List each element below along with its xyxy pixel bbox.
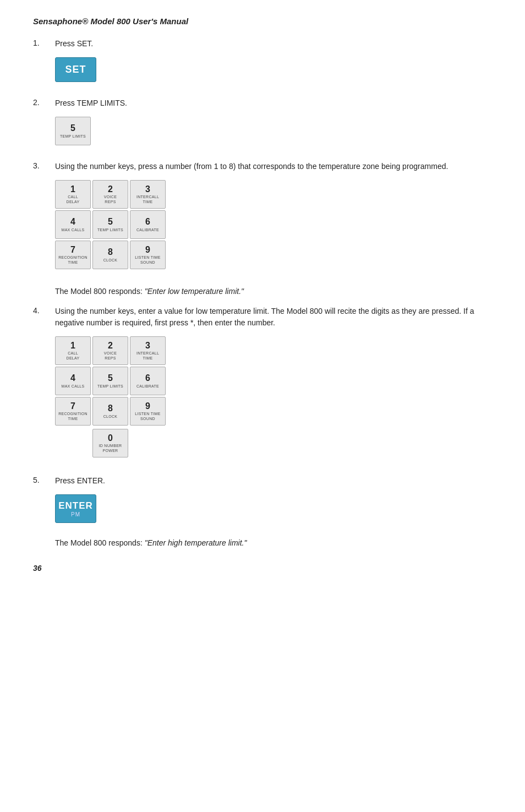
key-s2-voice-reps[interactable]: 2 VOICEREPS (92, 336, 128, 365)
key-7-recognition-time[interactable]: 7 RECOGNITIONTIME (55, 241, 91, 269)
step-number-4: 4. (33, 306, 48, 315)
temp-limits-button[interactable]: 5 TEMP LIMITS (55, 117, 91, 145)
set-button-row: SET (55, 57, 492, 82)
step-1: 1. Press SET. SET (33, 38, 492, 85)
key-6-calibrate[interactable]: 6 CALIBRATE (130, 210, 166, 239)
set-button-label: SET (65, 64, 86, 75)
response-high-temp-italic: "Enter high temperature limit." (145, 538, 247, 547)
keypad-first: 1 CALLDELAY 2 VOICEREPS 3 INTERCALLTIME (55, 180, 492, 269)
key-s0-id-number-power[interactable]: 0 ID NUMBERPOWER (92, 429, 128, 457)
response-low-temp: The Model 800 responds: "Enter low tempe… (33, 287, 492, 296)
enter-button-label: ENTER (58, 500, 93, 511)
key-9-listen-time-sound[interactable]: 9 LISTEN TIMESOUND (130, 241, 166, 269)
key-s1-call-delay[interactable]: 1 CALLDELAY (55, 336, 91, 365)
key-s6-calibrate[interactable]: 6 CALIBRATE (130, 367, 166, 395)
step-1-content: Press SET. SET (55, 38, 492, 85)
step-3: 3. Using the number keys, press a number… (33, 161, 492, 275)
step-5-content: Press ENTER. ENTER PM (55, 475, 492, 526)
key-s9-listen-time-sound[interactable]: 9 LISTEN TIMESOUND (130, 397, 166, 426)
keypad-second: 1 CALLDELAY 2 VOICEREPS 3 INTERCALLTIME (55, 336, 492, 457)
keypad-first-row-1: 1 CALLDELAY 2 VOICEREPS 3 INTERCALLTIME (55, 180, 492, 209)
key-8-clock[interactable]: 8 CLOCK (92, 241, 128, 269)
step-2-text: Press TEMP LIMITS. (55, 97, 492, 109)
step-number-2: 2. (33, 97, 48, 107)
key-s3-intercall-time[interactable]: 3 INTERCALLTIME (130, 336, 166, 365)
step-1-text: Press SET. (55, 38, 492, 50)
step-3-text: Using the number keys, press a number (f… (55, 161, 492, 172)
keypad-second-row-2: 4 MAX CALLS 5 TEMP LIMITS 6 CALIBRATE (55, 367, 492, 395)
step-3-content: Using the number keys, press a number (f… (55, 161, 492, 275)
response-low-temp-italic: "Enter low temperature limit." (145, 287, 244, 296)
enter-button-row: ENTER PM (55, 494, 492, 523)
key-1-call-delay[interactable]: 1 CALLDELAY (55, 180, 91, 209)
step-number-3: 3. (33, 161, 48, 170)
keypad-second-row-4: 0 ID NUMBERPOWER (55, 429, 492, 457)
step-5-text: Press ENTER. (55, 475, 492, 487)
key-s5-temp-limits[interactable]: 5 TEMP LIMITS (92, 367, 128, 395)
enter-button[interactable]: ENTER PM (55, 494, 96, 523)
keypad-second-row-3: 7 RECOGNITIONTIME 8 CLOCK 9 LISTEN TIMES… (55, 397, 492, 426)
step-5: 5. Press ENTER. ENTER PM (33, 475, 492, 526)
temp-limits-number: 5 (70, 123, 75, 133)
key-4-max-calls[interactable]: 4 MAX CALLS (55, 210, 91, 239)
page-number: 36 (33, 564, 492, 573)
key-s7-recognition-time[interactable]: 7 RECOGNITIONTIME (55, 397, 91, 426)
enter-button-sub: PM (71, 511, 80, 517)
key-2-voice-reps[interactable]: 2 VOICEREPS (92, 180, 128, 209)
step-number-1: 1. (33, 38, 48, 47)
key-3-intercall-time[interactable]: 3 INTERCALLTIME (130, 180, 166, 209)
keypad-second-rows: 1 CALLDELAY 2 VOICEREPS 3 INTERCALLTIME (55, 336, 492, 457)
step-4: 4. Using the number keys, enter a value … (33, 306, 492, 463)
temp-limits-label: TEMP LIMITS (60, 134, 86, 139)
step-4-content: Using the number keys, enter a value for… (55, 306, 492, 463)
keypad-first-row-3: 7 RECOGNITIONTIME 8 CLOCK 9 LISTEN TIMES… (55, 241, 492, 269)
keypad-first-rows: 1 CALLDELAY 2 VOICEREPS 3 INTERCALLTIME (55, 180, 492, 269)
key-5-temp-limits[interactable]: 5 TEMP LIMITS (92, 210, 128, 239)
page-title: Sensaphone® Model 800 User's Manual (33, 17, 492, 26)
keypad-first-row-2: 4 MAX CALLS 5 TEMP LIMITS 6 CALIBRATE (55, 210, 492, 239)
step-number-5: 5. (33, 475, 48, 484)
key-s4-max-calls[interactable]: 4 MAX CALLS (55, 367, 91, 395)
step-2-content: Press TEMP LIMITS. 5 TEMP LIMITS (55, 97, 492, 149)
keypad-second-row-1: 1 CALLDELAY 2 VOICEREPS 3 INTERCALLTIME (55, 336, 492, 365)
step-2: 2. Press TEMP LIMITS. 5 TEMP LIMITS (33, 97, 492, 149)
temp-limits-button-row: 5 TEMP LIMITS (55, 117, 492, 145)
step-4-text: Using the number keys, enter a value for… (55, 306, 492, 329)
set-button[interactable]: SET (55, 57, 96, 82)
response-high-temp: The Model 800 responds: "Enter high temp… (33, 538, 492, 547)
key-s8-clock[interactable]: 8 CLOCK (92, 397, 128, 426)
